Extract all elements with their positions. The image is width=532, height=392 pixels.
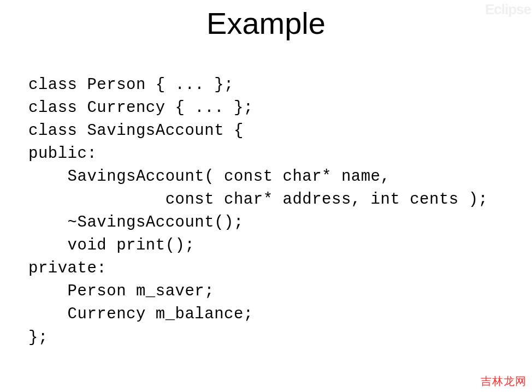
- code-block: class Person { ... }; class Currency { .…: [0, 74, 532, 349]
- code-line: private:: [28, 259, 107, 277]
- code-line: class SavingsAccount {: [28, 122, 244, 140]
- code-line: };: [28, 329, 48, 347]
- slide-title: Example: [0, 5, 532, 41]
- code-line: public:: [28, 145, 97, 163]
- code-line: ~SavingsAccount();: [28, 213, 244, 231]
- code-line: const char* address, int cents );: [28, 191, 488, 209]
- watermark-top: Eclipse: [485, 1, 531, 18]
- code-line: class Currency { ... };: [28, 99, 253, 117]
- code-line: class Person { ... };: [28, 76, 234, 94]
- code-line: void print();: [28, 236, 194, 254]
- slide-container: Example class Person { ... }; class Curr…: [0, 0, 532, 392]
- code-line: Currency m_balance;: [28, 305, 253, 323]
- code-line: SavingsAccount( const char* name,: [28, 168, 390, 186]
- code-line: Person m_saver;: [28, 282, 214, 300]
- watermark-bottom: 吉林龙网: [481, 374, 527, 389]
